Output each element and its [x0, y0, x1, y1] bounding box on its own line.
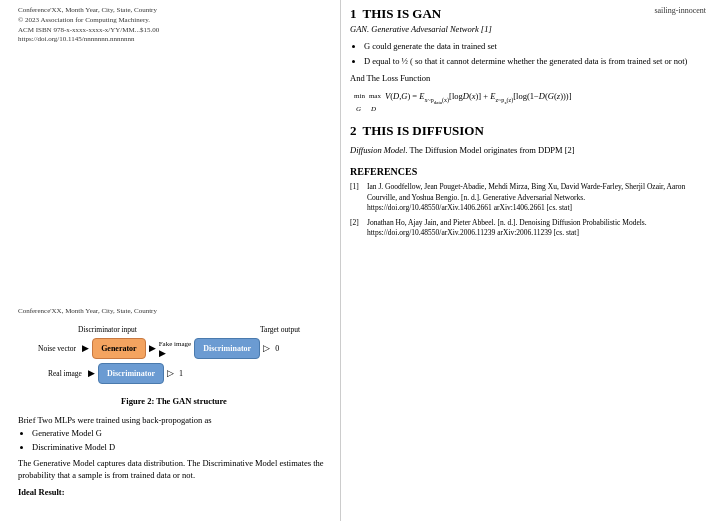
math-maxmin: max D: [369, 90, 381, 116]
real-image-label: Real image: [48, 369, 82, 378]
section2-number: 2: [350, 122, 357, 141]
ref1-num: [1]: [350, 182, 364, 214]
noise-vector-label: Noise vector: [38, 344, 76, 353]
header-line4: https://doi.org/10.1145/nnnnnnn.nnnnnnn: [18, 35, 330, 45]
section2-subtitle: Diffusion Model.: [350, 145, 408, 155]
generator-box: Generator: [92, 338, 146, 359]
diagram-row2: Real image ▶ Discriminator ▷ 1: [48, 363, 330, 384]
right-bullet1: G could generate the data in trained set: [364, 40, 706, 52]
right-header-row: 1 THIS IS GAN GAN. Generative Advesarial…: [350, 6, 706, 40]
target-output-label: Target output: [260, 325, 300, 334]
sailing-innocent-label: sailing-innocent: [654, 6, 706, 15]
math-expression: V(D,G) = Ex~pdata(x)[logD(x)] + Ez~pz(z)…: [385, 90, 572, 107]
ideal-result-label: Ideal Result:: [18, 487, 65, 497]
fake-image-label: Fake image: [159, 340, 191, 348]
arrow6: ▷: [167, 369, 174, 378]
discriminator-box1: Discriminator: [194, 338, 260, 359]
left-header: Conference'XX, Month Year, City, State, …: [18, 6, 330, 45]
figure-caption: Figure 2: The GAN structure: [18, 396, 330, 406]
figure-caption-text: Figure 2: The GAN structure: [121, 396, 227, 406]
header-line2: © 2023 Association for Computing Machine…: [18, 16, 330, 26]
ref2-num: [2]: [350, 218, 364, 239]
header-line1: Conference'XX, Month Year, City, State, …: [18, 6, 330, 16]
arrow3: ▶: [159, 348, 166, 358]
bullet-g: Generative Model G: [32, 427, 330, 439]
arrow4: ▷: [263, 344, 270, 353]
arrow1: ▶: [82, 344, 89, 353]
section1-header: 1 THIS IS GAN GAN. Generative Advesarial…: [350, 6, 492, 40]
conference-footer: Conference'XX, Month Year, City, State, …: [18, 307, 330, 315]
body-para: The Generative Model captures data distr…: [18, 457, 330, 482]
section2-body: Diffusion Model. The Diffusion Model ori…: [350, 144, 706, 156]
math-minmax: min G: [354, 90, 365, 116]
right-column: 1 THIS IS GAN GAN. Generative Advesarial…: [340, 0, 720, 521]
ref1-text: Ian J. Goodfellow, Jean Pouget-Abadie, M…: [367, 182, 706, 214]
section1-number: 1: [350, 6, 357, 22]
ref2-text: Jonathan Ho, Ajay Jain, and Pieter Abbee…: [367, 218, 706, 239]
arrow2: ▶: [149, 344, 156, 353]
output-0: 0: [275, 344, 279, 353]
header-line3: ACM ISBN 978-x-xxxx-xxxx-x/YY/MM...$15.0…: [18, 26, 330, 36]
left-body-text: Brief Two MLPs were trained using back-p…: [18, 414, 330, 498]
ref2: [2] Jonathan Ho, Ajay Jain, and Pieter A…: [350, 218, 706, 239]
disc-input-label: Discriminator input: [78, 325, 137, 334]
right-bullet2: D equal to ½ ( so that it cannot determi…: [364, 55, 706, 67]
references-title: REFERENCES: [350, 165, 706, 180]
left-column: Conference'XX, Month Year, City, State, …: [0, 0, 340, 521]
loss-label: And The Loss Function: [350, 72, 706, 84]
math-block: min G max D V(D,G) = Ex~pdata(x)[logD(x)…: [354, 90, 706, 116]
diagram-row1: Noise vector ▶ Generator ▶ Fake image ▶ …: [38, 338, 330, 359]
discriminator-box2: Discriminator: [98, 363, 164, 384]
bullet-d: Discriminative Model D: [32, 441, 330, 453]
body-intro: Brief Two MLPs were trained using back-p…: [18, 414, 330, 426]
ref1: [1] Ian J. Goodfellow, Jean Pouget-Abadi…: [350, 182, 706, 214]
gan-diagram: Discriminator input Target output Noise …: [18, 325, 330, 388]
right-body: G could generate the data in trained set…: [350, 40, 706, 243]
output-1: 1: [179, 369, 183, 378]
section2-title: THIS IS DIFFUSION: [363, 122, 484, 141]
section2-body-text: The Diffusion Model originates from DDPM…: [410, 145, 575, 155]
section1-subtitle: GAN. Generative Advesarial Network [1]: [350, 24, 492, 34]
diagram-top-labels: Discriminator input Target output: [18, 325, 330, 334]
arrow5: ▶: [88, 369, 95, 378]
section1-title: THIS IS GAN: [363, 6, 442, 22]
